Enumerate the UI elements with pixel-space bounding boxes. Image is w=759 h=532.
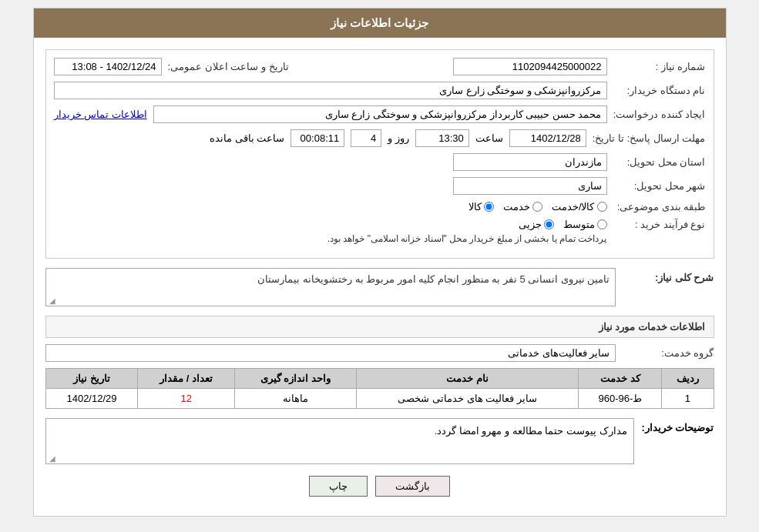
announce-value: 1402/12/24 - 13:08 xyxy=(54,58,162,75)
buyer-notes-label: توضیحات خریدار: xyxy=(642,418,714,433)
category-label: طبقه بندی موضوعی: xyxy=(613,201,706,212)
category-option-goods-service[interactable]: کالا/خدمت xyxy=(552,201,607,212)
province-value: مازندران xyxy=(453,153,607,171)
need-description-box: تامین نیروی انسانی 5 نفر به منظور انجام … xyxy=(45,268,616,306)
deadline-label: مهلت ارسال پاسخ: تا تاریخ: xyxy=(593,132,706,144)
need-number-value: 1102094425000022 xyxy=(453,58,607,75)
deadline-date: 1402/12/28 xyxy=(509,129,586,147)
requester-label: ایجاد کننده درخواست: xyxy=(613,109,706,120)
purchase-option-partial[interactable]: جزیی xyxy=(519,219,554,230)
deadline-time-label: ساعت xyxy=(475,132,503,144)
purchase-type-label: نوع فرآیند خرید : xyxy=(613,219,706,230)
purchase-label-partial: جزیی xyxy=(519,219,542,230)
col-service-code: کد خدمت xyxy=(579,369,662,389)
buyer-notes-value: مدارک پیوست حتما مطالعه و مهرو امضا گردد… xyxy=(435,425,627,437)
deadline-days: 4 xyxy=(351,129,381,147)
city-value: ساری xyxy=(453,177,607,195)
cell-row: 1 xyxy=(662,389,714,409)
org-name-value: مرکزروانپزشکی و سوختگی زارع ساری xyxy=(54,82,607,99)
need-number-label: شماره نیاز : xyxy=(613,61,706,72)
col-row: ردیف xyxy=(662,369,714,389)
deadline-remaining: 00:08:11 xyxy=(291,129,344,147)
services-table: ردیف کد خدمت نام خدمت واحد اندازه گیری ت… xyxy=(45,368,714,409)
category-option-goods[interactable]: کالا xyxy=(468,201,494,212)
col-quantity: تعداد / مقدار xyxy=(138,369,234,389)
purchase-label-medium: متوسط xyxy=(563,219,595,230)
page-title: جزئیات اطلاعات نیاز xyxy=(34,8,726,38)
purchase-radio-medium[interactable] xyxy=(597,219,607,229)
print-button[interactable]: چاپ xyxy=(309,476,368,497)
province-label: استان محل تحویل: xyxy=(613,156,706,168)
service-group-label: گروه خدمت: xyxy=(622,347,714,359)
buyer-notes-resize: ◢ xyxy=(48,454,55,462)
buyer-notes-box: مدارک پیوست حتما مطالعه و مهرو امضا گردد… xyxy=(45,418,634,464)
org-name-label: نام دستگاه خریدار: xyxy=(613,85,706,96)
need-description-value: تامین نیروی انسانی 5 نفر به منظور انجام … xyxy=(257,273,610,285)
cell-date: 1402/12/29 xyxy=(45,389,138,409)
category-label-goods: کالا xyxy=(468,201,482,212)
col-date: تاریخ نیاز xyxy=(45,369,138,389)
announce-label: تاریخ و ساعت اعلان عمومی: xyxy=(168,61,289,72)
category-radio-group: کالا/خدمت خدمت کالا xyxy=(468,201,607,212)
cell-service-name: سایر فعالیت های خدماتی شخصی xyxy=(356,389,578,409)
category-option-service[interactable]: خدمت xyxy=(503,201,542,212)
category-label-goods-service: کالا/خدمت xyxy=(552,201,595,212)
contact-link[interactable]: اطلاعات تماس خریدار xyxy=(54,109,147,120)
table-row: 1 ط-96-960 سایر فعالیت های خدماتی شخصی م… xyxy=(45,389,714,409)
cell-quantity: 12 xyxy=(138,389,234,409)
deadline-remaining-label: ساعت باقی مانده xyxy=(210,132,284,144)
category-radio-service[interactable] xyxy=(532,202,542,212)
back-button[interactable]: بازگشت xyxy=(375,476,450,497)
col-service-name: نام خدمت xyxy=(356,369,578,389)
deadline-time: 13:30 xyxy=(415,129,469,147)
service-info-header: اطلاعات خدمات مورد نیاز xyxy=(45,316,714,338)
need-description-label: شرح کلی نیاز: xyxy=(622,268,714,283)
service-group-value: سایر فعالیت‌های خدماتی xyxy=(45,344,616,362)
category-label-service: خدمت xyxy=(503,201,530,212)
col-unit: واحد اندازه گیری xyxy=(234,369,356,389)
category-radio-goods[interactable] xyxy=(484,202,494,212)
purchase-radio-partial[interactable] xyxy=(544,219,554,229)
cell-service-code: ط-96-960 xyxy=(579,389,662,409)
purchase-option-medium[interactable]: متوسط xyxy=(563,219,607,230)
deadline-day-label: روز و xyxy=(388,132,409,144)
resize-handle: ◢ xyxy=(48,296,55,304)
purchase-note: پرداخت تمام یا بخشی از مبلغ خریدار محل "… xyxy=(327,233,607,244)
city-label: شهر محل تحویل: xyxy=(613,180,706,192)
purchase-type-radio-group: متوسط جزیی xyxy=(327,219,607,230)
requester-value: محمد حسن حبیبی کاربرداز مرکزروانپزشکی و … xyxy=(153,105,607,123)
cell-unit: ماهانه xyxy=(234,389,356,409)
category-radio-goods-service[interactable] xyxy=(597,202,607,212)
